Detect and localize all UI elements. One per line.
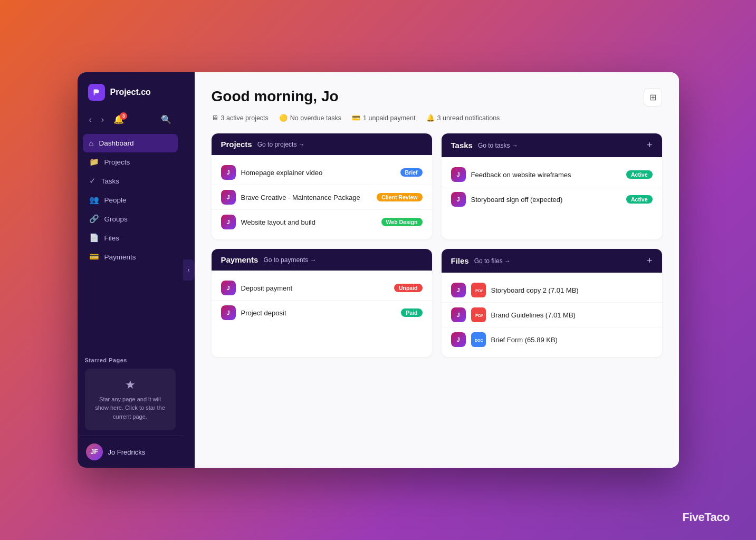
add-file-button[interactable]: +	[647, 255, 653, 266]
sidebar-item-label: People	[104, 196, 127, 204]
status-badge: Web Design	[381, 218, 423, 226]
sidebar-item-payments[interactable]: 💳 Payments	[83, 247, 178, 266]
avatar: JF	[86, 443, 103, 460]
avatar: J	[451, 307, 466, 322]
status-badge: Unpaid	[394, 284, 423, 292]
starred-empty-state: ★ Star any page and it will show here. C…	[85, 369, 176, 431]
app-name: Project.co	[110, 88, 151, 97]
table-row[interactable]: J Brave Creative - Maintenance Package C…	[212, 185, 432, 210]
star-icon: ★	[92, 378, 168, 392]
avatar: J	[451, 332, 466, 347]
groups-icon: 🔗	[89, 214, 99, 224]
payments-card: Payments Go to payments → J Deposit paym…	[212, 249, 432, 357]
word-icon: DOC	[471, 332, 486, 347]
projects-goto-link[interactable]: Go to projects →	[257, 141, 305, 148]
payments-card-header: Payments Go to payments →	[212, 249, 432, 271]
files-icon: 📄	[89, 233, 99, 243]
tasks-card-header: Tasks Go to tasks → +	[442, 133, 662, 157]
table-row[interactable]: J Storyboard sign off (expected) Active	[442, 187, 662, 211]
tasks-status-text: No overdue tasks	[290, 114, 341, 122]
table-row[interactable]: J Feedback on website wireframes Active	[442, 162, 662, 187]
forward-button[interactable]: ›	[98, 113, 107, 127]
sidebar-item-label: Dashboard	[99, 139, 134, 147]
files-card-body: J PDF Storyboard copy 2 (7.01 MB) J	[442, 273, 662, 357]
logo-icon	[88, 84, 105, 101]
notifications-status-icon: 🔔	[426, 114, 435, 122]
sidebar-item-tasks[interactable]: ✓ Tasks	[83, 171, 178, 190]
table-row[interactable]: J PDF Brand Guidelines (7.01 MB)	[442, 303, 662, 327]
status-badge: Active	[626, 195, 653, 204]
search-button[interactable]: 🔍	[158, 112, 175, 127]
table-row[interactable]: J Deposit payment Unpaid	[212, 276, 432, 301]
table-row[interactable]: J Website layout and build Web Design	[212, 210, 432, 234]
sidebar-user[interactable]: JF Jo Fredricks	[78, 436, 183, 468]
pdf-icon: PDF	[471, 307, 486, 322]
tasks-card: Tasks Go to tasks → + J Feedback on webs…	[442, 133, 662, 239]
tasks-icon: ✓	[89, 176, 96, 186]
projects-status-text: 3 active projects	[221, 114, 269, 122]
payment-name: Project deposit	[241, 309, 396, 317]
files-goto-link[interactable]: Go to files →	[474, 257, 511, 265]
sidebar-item-label: Payments	[104, 253, 136, 261]
status-badge: Brief	[400, 168, 423, 177]
status-notifications: 🔔 3 unread notifications	[426, 114, 500, 122]
table-row[interactable]: J Homepage explainer video Brief	[212, 160, 432, 185]
project-name: Brave Creative - Maintenance Package	[241, 194, 372, 201]
avatar: J	[221, 190, 236, 205]
sidebar-collapse-button[interactable]: ‹	[183, 259, 195, 281]
sidebar-logo: Project.co	[78, 72, 183, 109]
projects-card-body: J Homepage explainer video Brief J Brave…	[212, 155, 432, 239]
payments-card-body: J Deposit payment Unpaid J Project depos…	[212, 271, 432, 330]
project-name: Homepage explainer video	[241, 169, 395, 177]
task-name: Feedback on website wireframes	[471, 171, 621, 179]
sidebar-item-label: Tasks	[101, 177, 120, 185]
sidebar-item-people[interactable]: 👥 People	[83, 190, 178, 209]
grid-layout-button[interactable]: ⊞	[644, 88, 662, 107]
sidebar-item-label: Groups	[104, 215, 128, 223]
payments-goto-link[interactable]: Go to payments →	[263, 256, 316, 264]
avatar: J	[221, 215, 236, 229]
files-card-title: Files	[451, 256, 469, 265]
sidebar-item-files[interactable]: 📄 Files	[83, 228, 178, 247]
add-task-button[interactable]: +	[647, 140, 653, 151]
dashboard-grid: Projects Go to projects → J Homepage exp…	[212, 133, 662, 357]
status-tasks: 🟡 No overdue tasks	[279, 114, 341, 122]
tasks-goto-link[interactable]: Go to tasks →	[478, 142, 518, 149]
file-name: Storyboard copy 2 (7.01 MB)	[491, 286, 653, 294]
payment-name: Deposit payment	[241, 284, 389, 292]
sidebar-item-dashboard[interactable]: ⌂ Dashboard	[83, 134, 178, 152]
avatar: J	[221, 281, 236, 295]
table-row[interactable]: J DOC Brief Form (65.89 KB)	[442, 327, 662, 352]
greeting: Good morning, Jo	[212, 88, 339, 105]
avatar: J	[221, 165, 236, 180]
svg-text:DOC: DOC	[475, 339, 483, 342]
avatar: J	[451, 283, 466, 297]
task-name: Storyboard sign off (expected)	[471, 196, 621, 204]
projects-card-title: Projects	[221, 140, 252, 149]
status-badge: Active	[626, 170, 653, 179]
sidebar-item-groups[interactable]: 🔗 Groups	[83, 209, 178, 228]
avatar: J	[451, 167, 466, 182]
main-header: Good morning, Jo ⊞	[212, 88, 662, 107]
sidebar-menu: ⌂ Dashboard 📁 Projects ✓ Tasks 👥 People …	[78, 134, 183, 350]
notifications-button[interactable]: 🔔 3	[110, 112, 127, 127]
payments-icon: 💳	[89, 252, 99, 262]
sidebar-item-projects[interactable]: 📁 Projects	[83, 152, 178, 171]
status-payments: 💳 1 unpaid payment	[352, 114, 415, 122]
status-badge: Client Review	[377, 193, 422, 201]
back-button[interactable]: ‹	[86, 113, 95, 127]
sidebar-item-label: Files	[104, 234, 120, 242]
avatar: J	[451, 192, 466, 207]
pdf-icon: PDF	[471, 283, 486, 297]
people-icon: 👥	[89, 195, 99, 205]
table-row[interactable]: J PDF Storyboard copy 2 (7.01 MB)	[442, 278, 662, 303]
status-bar: 🖥 3 active projects 🟡 No overdue tasks 💳…	[212, 114, 662, 122]
main-content: Good morning, Jo ⊞ 🖥 3 active projects 🟡…	[195, 72, 679, 468]
sidebar-item-label: Projects	[104, 158, 130, 166]
nav-controls: ‹ › 🔔 3 🔍	[78, 109, 183, 134]
dashboard-icon: ⌂	[89, 139, 94, 148]
table-row[interactable]: J Project deposit Paid	[212, 301, 432, 325]
tasks-status-icon: 🟡	[279, 114, 288, 122]
projects-status-icon: 🖥	[212, 114, 218, 122]
starred-hint: Star any page and it will show here. Cli…	[92, 395, 168, 421]
